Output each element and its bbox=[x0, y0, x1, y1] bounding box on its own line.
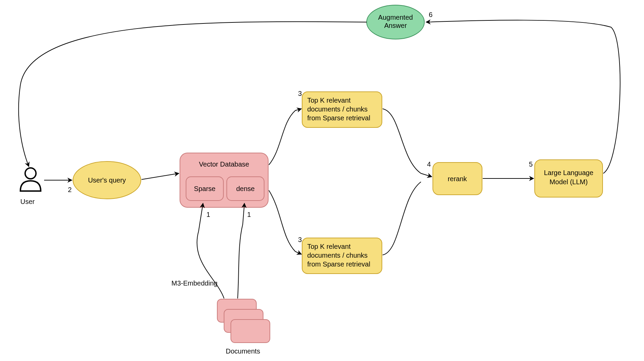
vector-db-title: Vector Database bbox=[199, 160, 249, 168]
arrow-vectordb-to-topk-sparse bbox=[269, 109, 301, 165]
rerank-node: rerank bbox=[433, 162, 482, 195]
step-3a-label: 3 bbox=[298, 90, 302, 97]
step-2-label: 2 bbox=[68, 186, 72, 193]
documents-label: Documents bbox=[226, 347, 260, 355]
arrow-topk-dense-to-rerank bbox=[383, 182, 421, 255]
svg-point-1 bbox=[25, 168, 36, 179]
step-3b-label: 3 bbox=[298, 236, 302, 243]
documents-stack bbox=[217, 299, 270, 343]
step-1b-label: 1 bbox=[247, 211, 251, 218]
step-4-label: 4 bbox=[427, 160, 431, 168]
augmented-line1: Augmented bbox=[378, 14, 413, 21]
vector-database-node: Vector Database Sparse dense bbox=[180, 153, 268, 207]
user-icon bbox=[20, 168, 41, 191]
arrow-query-to-vectordb bbox=[142, 173, 179, 179]
augmented-answer-node: Augmented Answer bbox=[367, 5, 424, 39]
topk-sparse-l3: from Sparse retrieval bbox=[307, 114, 370, 122]
topk-dense-l2: documents / chunks bbox=[307, 252, 368, 259]
arrow-llm-to-augmented bbox=[426, 20, 620, 173]
user-query-node: User's query bbox=[73, 161, 141, 199]
arrow-vectordb-to-topk-dense bbox=[269, 190, 301, 254]
rerank-text: rerank bbox=[448, 175, 467, 183]
llm-node: Large Language Model (LLM) bbox=[535, 160, 603, 197]
arrow-topk-sparse-to-rerank bbox=[383, 109, 432, 177]
topk-sparse-node: Top K relevant documents / chunks from S… bbox=[302, 92, 382, 127]
m3-embedding-label: M3-Embedding bbox=[171, 279, 218, 287]
topk-dense-node: Top K relevant documents / chunks from S… bbox=[302, 238, 382, 274]
llm-l2: Model (LLM) bbox=[550, 178, 588, 186]
vector-db-sparse-text: Sparse bbox=[194, 185, 215, 192]
svg-rect-6 bbox=[231, 320, 270, 343]
step-5-label: 5 bbox=[529, 160, 533, 168]
arrow-docs-to-dense bbox=[238, 203, 244, 298]
llm-l1: Large Language bbox=[544, 169, 593, 176]
step-6-label: 6 bbox=[429, 11, 433, 18]
step-1a-label: 1 bbox=[206, 211, 210, 218]
topk-dense-l3: from Sparse retrieval bbox=[307, 260, 370, 268]
augmented-line2: Answer bbox=[384, 22, 407, 29]
topk-sparse-l1: Top K relevant bbox=[307, 97, 351, 104]
vector-db-dense-text: dense bbox=[236, 185, 255, 192]
user-query-text: User's query bbox=[88, 176, 126, 184]
diagram-canvas: Augmented Answer 6 User User's query 2 V… bbox=[0, 0, 644, 361]
user-label: User bbox=[20, 198, 35, 205]
topk-dense-l1: Top K relevant bbox=[307, 243, 351, 250]
topk-sparse-l2: documents / chunks bbox=[307, 105, 368, 113]
